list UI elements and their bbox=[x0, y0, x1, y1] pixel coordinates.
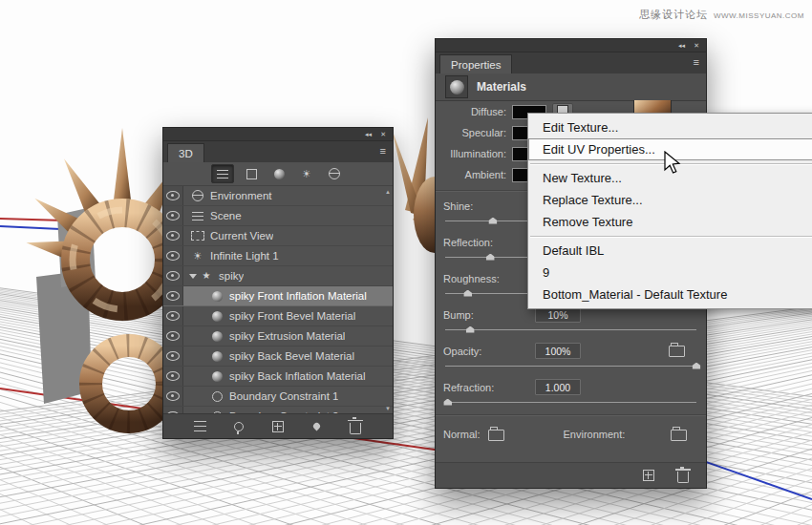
visibility-toggle[interactable] bbox=[163, 226, 183, 245]
visibility-toggle[interactable] bbox=[163, 186, 183, 205]
reflection-label: Reflection: bbox=[443, 237, 493, 248]
watermark-site-url: WWW.MISSYUAN.COM bbox=[714, 11, 804, 20]
add-light-icon[interactable] bbox=[229, 418, 248, 435]
visibility-toggle[interactable] bbox=[163, 206, 183, 225]
tree-row-back-inflation-material[interactable]: spiky Back Inflation Material bbox=[163, 367, 393, 387]
close-panel-icon[interactable]: ✕ bbox=[694, 42, 699, 49]
filter-environment-button[interactable] bbox=[324, 165, 345, 182]
opacity-slider-handle[interactable] bbox=[693, 363, 701, 369]
close-panel-icon[interactable]: ✕ bbox=[380, 131, 386, 137]
filter-whole-scene-button[interactable] bbox=[211, 164, 234, 183]
visibility-toggle[interactable] bbox=[163, 246, 183, 265]
material-icon bbox=[212, 291, 223, 302]
mesh-icon: ★ bbox=[203, 271, 211, 281]
illumination-label: Illumination: bbox=[443, 148, 506, 159]
refraction-slider-handle[interactable] bbox=[443, 399, 452, 406]
filter-materials-button[interactable] bbox=[268, 165, 289, 182]
new-material-icon[interactable] bbox=[639, 467, 658, 484]
roughness-label: Roughness: bbox=[443, 273, 500, 284]
scroll-up-icon[interactable]: ▲ bbox=[385, 189, 391, 195]
visibility-toggle[interactable] bbox=[163, 367, 183, 386]
visibility-toggle[interactable] bbox=[163, 326, 183, 346]
menu-item-replace-texture[interactable]: Replace Texture... bbox=[528, 189, 812, 211]
visibility-toggle[interactable] bbox=[163, 346, 183, 366]
visibility-toggle[interactable] bbox=[163, 387, 183, 406]
mix-icon[interactable] bbox=[191, 418, 210, 435]
3d-panel: ◂◂ ✕ 3D ≡ ☀ ▲ ▼ Environment bbox=[162, 127, 394, 439]
tree-row-label: spiky Front Bevel Material bbox=[229, 310, 355, 322]
texture-context-menu: Edit Texture... Edit UV Properties... Ne… bbox=[527, 113, 812, 309]
sliders-glyph bbox=[194, 421, 206, 431]
current-view-icon bbox=[191, 231, 204, 241]
filter-meshes-button[interactable] bbox=[241, 165, 262, 182]
bump-slider-handle[interactable] bbox=[466, 326, 475, 333]
tree-row-label: spiky Front Inflation Material bbox=[229, 290, 367, 302]
panel-menu-icon[interactable]: ≡ bbox=[694, 57, 699, 68]
3d-panel-tabrow: 3D ≡ bbox=[163, 141, 393, 162]
tree-row-back-bevel-material[interactable]: spiky Back Bevel Material bbox=[163, 346, 393, 367]
shine-label: Shine: bbox=[443, 200, 473, 212]
opacity-value[interactable]: 100% bbox=[535, 343, 581, 359]
filter-lights-button[interactable]: ☀ bbox=[296, 165, 317, 182]
tree-row-label: Current View bbox=[210, 230, 273, 242]
eye-icon bbox=[166, 291, 180, 301]
tree-row-front-bevel-material[interactable]: spiky Front Bevel Material bbox=[163, 306, 393, 326]
tree-row-spiky-mesh[interactable]: ★ spiky bbox=[163, 266, 393, 286]
tree-row-label: Environment bbox=[210, 190, 272, 201]
roughness-slider-handle[interactable] bbox=[463, 290, 472, 297]
menu-item-remove-texture[interactable]: Remove Texture bbox=[528, 211, 812, 233]
eye-icon bbox=[166, 231, 180, 241]
delete-icon[interactable] bbox=[346, 418, 365, 435]
opacity-slider[interactable] bbox=[445, 366, 696, 367]
tree-row-current-view[interactable]: Current View bbox=[163, 226, 393, 246]
reflection-slider-handle[interactable] bbox=[486, 254, 495, 261]
materials-sphere-icon bbox=[445, 75, 468, 98]
menu-item-bottom-material-default-texture[interactable]: Bottom_Material - Default Texture bbox=[528, 284, 812, 305]
material-icon bbox=[212, 371, 223, 382]
tree-row-environment[interactable]: Environment bbox=[163, 186, 393, 206]
opacity-texture-folder-icon[interactable] bbox=[669, 346, 685, 357]
menu-item-9[interactable]: 9 bbox=[528, 262, 812, 284]
collapse-caret-icon[interactable] bbox=[189, 274, 197, 279]
tree-row-scene[interactable]: Scene bbox=[163, 206, 393, 226]
shine-slider-handle[interactable] bbox=[488, 218, 497, 224]
trash-glyph bbox=[677, 472, 689, 483]
menu-item-default-ibl[interactable]: Default IBL bbox=[528, 240, 812, 262]
3d-panel-bottom-toolbar bbox=[163, 413, 393, 438]
diffuse-label: Diffuse: bbox=[443, 106, 506, 117]
ambient-label: Ambient: bbox=[443, 169, 506, 180]
specular-label: Specular: bbox=[443, 127, 506, 138]
refraction-slider[interactable] bbox=[445, 402, 696, 403]
eye-icon bbox=[166, 331, 180, 341]
delete-material-icon[interactable] bbox=[673, 467, 693, 484]
tree-row-label: spiky bbox=[219, 270, 244, 282]
collapse-panel-icon[interactable]: ◂◂ bbox=[365, 131, 372, 137]
menu-item-edit-texture[interactable]: Edit Texture... bbox=[528, 116, 812, 138]
tree-row-infinite-light[interactable]: ☀ Infinite Light 1 bbox=[163, 246, 393, 266]
opacity-label: Opacity: bbox=[443, 346, 481, 357]
opacity-row: Opacity: 100% bbox=[436, 344, 706, 359]
tab-properties[interactable]: Properties bbox=[439, 54, 512, 74]
eye-icon bbox=[166, 351, 180, 361]
panel-menu-icon[interactable]: ≡ bbox=[380, 146, 386, 157]
tree-row-front-inflation-material[interactable]: spiky Front Inflation Material bbox=[163, 286, 393, 306]
bump-slider[interactable] bbox=[445, 329, 696, 330]
collapse-panel-icon[interactable]: ◂◂ bbox=[678, 42, 685, 49]
visibility-toggle[interactable] bbox=[163, 306, 183, 326]
refraction-value[interactable]: 1.000 bbox=[535, 379, 581, 395]
add-object-icon[interactable] bbox=[268, 418, 288, 435]
3d-panel-titlebar: ◂◂ ✕ bbox=[163, 128, 393, 141]
watermark-site-name: 思缘设计论坛 bbox=[639, 8, 708, 22]
visibility-toggle[interactable] bbox=[163, 266, 183, 285]
paint-icon[interactable] bbox=[308, 418, 327, 435]
tab-3d[interactable]: 3D bbox=[167, 143, 204, 162]
eye-icon bbox=[166, 211, 180, 220]
materials-header: Materials bbox=[436, 74, 706, 101]
normal-texture-folder-icon[interactable] bbox=[488, 430, 504, 441]
scroll-down-icon[interactable]: ▼ bbox=[385, 406, 391, 411]
visibility-toggle[interactable] bbox=[163, 286, 183, 305]
tree-row-boundary-constraint-1[interactable]: Boundary Constraint 1 bbox=[163, 387, 393, 407]
environment-texture-folder-icon[interactable] bbox=[671, 430, 687, 441]
properties-panel-tabrow: Properties ≡ bbox=[436, 52, 706, 74]
tree-row-extrusion-material[interactable]: spiky Extrusion Material bbox=[163, 326, 393, 346]
